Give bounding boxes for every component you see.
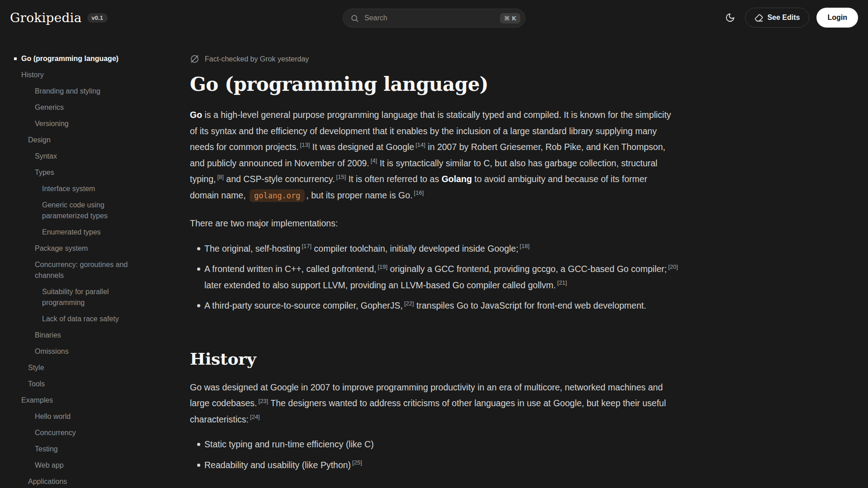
citation-link[interactable]: [15] [336, 174, 346, 180]
article-body: Go is a high-level general purpose progr… [190, 107, 678, 473]
header-actions: See Edits Login [722, 8, 858, 28]
sidebar-item-go-programming-language[interactable]: Go (programming language) [0, 51, 144, 67]
sidebar-item-generic-code-using-parameterized-types[interactable]: Generic code using parameterized types [0, 197, 144, 224]
sidebar-item-label: Design [28, 136, 51, 144]
sidebar-toc: Go (programming language)HistoryBranding… [0, 51, 144, 488]
sidebar-item-concurrency[interactable]: Concurrency [0, 425, 144, 441]
sidebar-item-label: Testing [35, 445, 58, 453]
citation-link[interactable]: [25] [352, 459, 362, 466]
citation-link[interactable]: [4] [371, 157, 377, 164]
sidebar-item-applications[interactable]: Applications [0, 474, 144, 488]
sidebar-item-syntax[interactable]: Syntax [0, 148, 144, 164]
sidebar-item-label: Interface system [42, 185, 95, 192]
sidebar-item-label: Suitability for parallel programming [42, 288, 109, 306]
section-heading-history: History [190, 349, 678, 369]
sidebar-item-label: Web app [35, 461, 64, 469]
sidebar-item-label: Tools [28, 380, 45, 388]
sidebar-item-label: Binaries [35, 331, 61, 339]
sidebar-item-label: Lack of data race safety [42, 315, 119, 323]
bullet-list: Static typing and run-time efficiency (l… [190, 436, 678, 473]
sidebar-item-label: Style [28, 364, 44, 371]
sidebar-item-package-system[interactable]: Package system [0, 240, 144, 257]
citation-link[interactable]: [16] [414, 189, 424, 196]
square-bullet-icon [14, 57, 17, 60]
citation-link[interactable]: [23] [259, 398, 269, 404]
version-badge: v0.1 [87, 13, 108, 23]
sidebar-item-concurrency-goroutines-and-channels[interactable]: Concurrency: goroutines and channels [0, 257, 144, 284]
bullet-list: The original, self-hosting[17] compiler … [190, 241, 678, 314]
sidebar-item-label: Syntax [35, 152, 57, 160]
bold-term: Golang [442, 174, 472, 184]
sidebar-item-label: Generic code using parameterized types [42, 201, 108, 220]
sidebar-item-label: Package system [35, 244, 88, 252]
site-logo[interactable]: Grokipedia [10, 10, 82, 25]
inline-code-golang-org[interactable]: golang.org [250, 189, 305, 202]
sidebar-item-branding-and-styling[interactable]: Branding and styling [0, 83, 144, 99]
sidebar-item-label: Hello world [35, 413, 71, 420]
citation-link[interactable]: [8] [217, 174, 223, 180]
see-edits-button[interactable]: See Edits [745, 8, 809, 28]
sidebar-item-suitability-for-parallel-programming[interactable]: Suitability for parallel programming [0, 284, 144, 311]
citation-link[interactable]: [20] [668, 263, 678, 270]
paragraph: There are two major implementations: [190, 216, 678, 232]
fact-check-row: Fact-checked by Grok yesterday [190, 54, 678, 64]
bold-term: Go [190, 110, 202, 120]
sidebar-item-label: Enumerated types [42, 228, 101, 236]
citation-link[interactable]: [13] [300, 141, 310, 148]
list-item: Readability and usability (like Python)[… [190, 457, 678, 474]
citation-link[interactable]: [24] [250, 413, 260, 420]
theme-toggle-button[interactable] [722, 10, 738, 25]
citation-link[interactable]: [17] [302, 243, 311, 249]
citation-link[interactable]: [19] [378, 263, 388, 270]
citation-link[interactable]: [18] [520, 243, 530, 249]
fact-check-label: Fact-checked by Grok yesterday [205, 55, 309, 63]
moon-icon [725, 13, 735, 23]
sidebar-item-label: History [21, 71, 44, 79]
sidebar-item-interface-system[interactable]: Interface system [0, 181, 144, 197]
sidebar-item-label: Generics [35, 103, 64, 111]
list-item: The original, self-hosting[17] compiler … [190, 241, 678, 257]
sidebar-item-types[interactable]: Types [0, 164, 144, 181]
sidebar-item-web-app[interactable]: Web app [0, 457, 144, 474]
citation-link[interactable]: [14] [415, 141, 425, 148]
grok-icon [190, 54, 199, 64]
login-button[interactable]: Login [816, 8, 858, 28]
sidebar-item-label: Omissions [35, 347, 69, 355]
sidebar-item-generics[interactable]: Generics [0, 99, 144, 116]
sidebar-item-label: Examples [21, 396, 53, 404]
sidebar-item-style[interactable]: Style [0, 360, 144, 376]
sidebar-item-design[interactable]: Design [0, 132, 144, 148]
list-item: A frontend written in C++, called gofron… [190, 261, 678, 293]
sidebar-item-label: Applications [28, 478, 67, 485]
sidebar-item-binaries[interactable]: Binaries [0, 327, 144, 343]
sidebar-item-enumerated-types[interactable]: Enumerated types [0, 224, 144, 240]
citation-link[interactable]: [21] [557, 279, 567, 286]
sidebar-item-history[interactable]: History [0, 67, 144, 83]
sidebar-item-label: Versioning [35, 120, 69, 127]
page-title: Go (programming language) [190, 74, 678, 95]
sidebar-item-label: Types [35, 169, 54, 176]
list-item: A third-party source-to-source compiler,… [190, 298, 678, 314]
sidebar-item-tools[interactable]: Tools [0, 376, 144, 392]
sidebar-item-lack-of-data-race-safety[interactable]: Lack of data race safety [0, 311, 144, 327]
list-item: Static typing and run-time efficiency (l… [190, 436, 678, 453]
sidebar-item-testing[interactable]: Testing [0, 441, 144, 457]
sidebar-item-label: Concurrency: goroutines and channels [35, 261, 127, 279]
sidebar-item-omissions[interactable]: Omissions [0, 343, 144, 360]
logo-group[interactable]: Grokipedia v0.1 [10, 10, 108, 25]
see-edits-label: See Edits [767, 14, 800, 22]
sidebar-item-hello-world[interactable]: Hello world [0, 408, 144, 425]
paragraph: Go is a high-level general purpose progr… [190, 107, 678, 204]
sidebar-item-label: Go (programming language) [21, 55, 118, 62]
sidebar-item-label: Branding and styling [35, 87, 100, 95]
eraser-icon [755, 14, 763, 22]
sidebar-item-versioning[interactable]: Versioning [0, 116, 144, 132]
sidebar-item-examples[interactable]: Examples [0, 392, 144, 408]
citation-link[interactable]: [22] [404, 300, 414, 307]
article-main: Fact-checked by Grok yesterday Go (progr… [190, 0, 678, 482]
sidebar-item-label: Concurrency [35, 429, 76, 436]
paragraph: Go was designed at Google in 2007 to imp… [190, 380, 678, 428]
